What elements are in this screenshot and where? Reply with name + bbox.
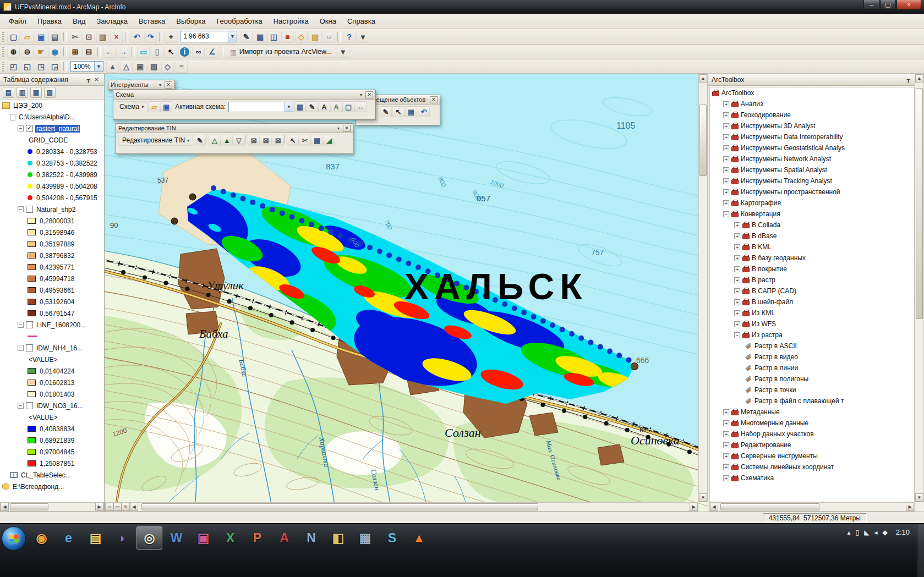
- tree-expander[interactable]: +: [723, 409, 729, 415]
- chevron-down-icon[interactable]: ▼: [228, 31, 237, 42]
- toc-tree-row[interactable]: − LINE_1608200...: [0, 319, 104, 331]
- scroll-right-arrow[interactable]: ▶: [95, 503, 103, 511]
- separator[interactable]: [63, 32, 67, 42]
- toc-tree-row[interactable]: − rastert_natural: [0, 123, 104, 134]
- menu-item[interactable]: Вставка: [133, 14, 171, 29]
- tin-slope-icon[interactable]: ◢: [323, 135, 335, 146]
- close-button[interactable]: ×: [896, 0, 921, 10]
- toolbox-tree-item[interactable]: Растр в точки: [710, 384, 914, 395]
- font-decrease-icon[interactable]: A: [330, 101, 342, 112]
- chevron-down-icon[interactable]: ▾: [358, 92, 364, 97]
- toc-tree-row[interactable]: 0,504208 - 0,567915: [0, 192, 104, 204]
- map-vertical-scrollbar[interactable]: ▲ ▼: [698, 74, 708, 502]
- list-by-selection-button[interactable]: ▧: [44, 87, 56, 98]
- close-icon[interactable]: ✕: [365, 91, 373, 98]
- schema-floating-window[interactable]: Схема ▾ ✕ Схема ▾ ▱▣ Активная схема: ▼ ▦…: [113, 90, 376, 120]
- taskbar-paint-icon[interactable]: ◧: [325, 526, 351, 549]
- toc-tree-row[interactable]: ЦЭЭ_200: [0, 100, 104, 111]
- menu-item[interactable]: Правка: [32, 14, 67, 29]
- tin-editing-floating-window[interactable]: Редактирование TIN ▾ ✕ Редактирование TI…: [116, 123, 353, 154]
- toolbox-tree-item[interactable]: Растр в линии: [710, 362, 914, 373]
- close-icon[interactable]: ✕: [430, 96, 438, 103]
- toolbox-tree-item[interactable]: + Метаданные: [710, 406, 914, 417]
- toc-tree-row[interactable]: − IDW_NH4_16...: [0, 342, 104, 354]
- scroll-thumb[interactable]: [699, 105, 707, 176]
- measure-icon[interactable]: ∠: [206, 46, 218, 58]
- map-horizontal-scrollbar[interactable]: ▱ ▭ ↻ ◀ ▶: [105, 502, 698, 512]
- font-increase-icon[interactable]: A: [318, 101, 330, 112]
- zoom-out-icon[interactable]: ⊖: [21, 46, 34, 58]
- toolbox-tree-item[interactable]: − Конвертация: [710, 208, 914, 219]
- tree-expander[interactable]: +: [723, 134, 729, 140]
- import-arcview-button[interactable]: ▥ Импорт из проекта ArcView...: [226, 46, 336, 58]
- tray-chevron-icon[interactable]: ▴: [848, 529, 851, 536]
- toolbox-tree-item[interactable]: + Серверные инструменты: [710, 450, 914, 461]
- schema-open-icon[interactable]: ▱: [148, 101, 160, 112]
- toolbox-tree-item[interactable]: + Набор данных участков: [710, 428, 914, 439]
- toolbox-tree-item[interactable]: + Инструменты пространственной: [710, 186, 914, 197]
- toolbar-options-chevron[interactable]: ▾: [357, 31, 369, 43]
- tree-expander[interactable]: −: [18, 206, 24, 212]
- help-button[interactable]: ?: [343, 31, 356, 43]
- tray-network-icon[interactable]: ◣: [864, 529, 869, 536]
- taskbar-calc-icon[interactable]: ▦: [352, 526, 378, 549]
- separator[interactable]: [125, 32, 128, 42]
- chevron-down-icon[interactable]: ▼: [285, 102, 293, 112]
- taskbar-messenger-icon[interactable]: ◗: [110, 526, 135, 549]
- taskbar-clock[interactable]: 2:10: [893, 528, 910, 536]
- attribute-table-button[interactable]: ▦: [254, 31, 266, 43]
- add-data-button[interactable]: +: [165, 31, 177, 43]
- tools-window-titlebar[interactable]: Инструменты ▾ ✕: [108, 80, 174, 90]
- scroll-left-arrow[interactable]: ◀: [130, 503, 138, 511]
- toc-tree-row[interactable]: 0,56791547: [0, 307, 104, 319]
- tree-expander[interactable]: +: [734, 266, 740, 272]
- toc-tree-row[interactable]: C:\Users\Alpha\D...: [0, 111, 104, 123]
- arctoolbox-vertical-scrollbar[interactable]: ▲ ▼: [915, 74, 924, 502]
- map-canvas[interactable]: ХАЛЬСК Утулик Бабха Солзан Осиновка Бабх…: [105, 74, 708, 512]
- pin-icon[interactable]: ┳: [904, 75, 912, 84]
- tin-delete-node-icon[interactable]: ⊠: [248, 135, 260, 146]
- toc-horizontal-scrollbar[interactable]: ◀ ▶: [0, 502, 104, 512]
- forward-extent-icon[interactable]: →: [117, 46, 129, 58]
- toc-tree-row[interactable]: 0,31598946: [0, 227, 104, 238]
- cut-button[interactable]: ✂: [69, 31, 81, 43]
- toolbox-tree-item[interactable]: + Геокодирование: [710, 109, 914, 120]
- zoom-in-icon[interactable]: ⊕: [7, 46, 20, 58]
- tree-expander[interactable]: +: [734, 277, 740, 283]
- toolbar-grip[interactable]: [2, 62, 4, 72]
- toolbox-tree-item[interactable]: + Из KML: [710, 307, 914, 318]
- tree-expander[interactable]: +: [734, 233, 740, 239]
- toc-tree-row[interactable]: 0,01602813: [0, 377, 104, 388]
- menu-item[interactable]: Настройка: [268, 14, 314, 29]
- tree-expander[interactable]: +: [734, 299, 740, 305]
- scroll-up-arrow[interactable]: ▲: [699, 74, 707, 83]
- active-schema-combobox[interactable]: ▼: [228, 102, 293, 112]
- toc-tree-row[interactable]: 0,97004845: [0, 446, 104, 458]
- scroll-right-arrow[interactable]: ▶: [690, 503, 698, 511]
- back-extent-icon[interactable]: ←: [103, 46, 116, 58]
- toc-tree-row[interactable]: 0,49593661: [0, 284, 104, 296]
- separator[interactable]: [63, 62, 67, 72]
- schema-frame-icon[interactable]: ▢: [342, 101, 354, 112]
- tree-expander[interactable]: +: [723, 156, 729, 162]
- taskbar-notepad-icon[interactable]: N: [298, 526, 324, 549]
- toolbox-tree-item[interactable]: + Инструменты 3D Analyst: [710, 120, 914, 131]
- tree-expander[interactable]: +: [723, 431, 729, 437]
- toolbox-tree-item[interactable]: + В покрытие: [710, 263, 914, 274]
- menu-item[interactable]: Геообработка: [211, 14, 267, 29]
- toc-tree-row[interactable]: 1,25087851: [0, 458, 104, 469]
- menu-item[interactable]: Вид: [67, 14, 91, 29]
- separator[interactable]: [97, 47, 101, 57]
- toc-tree-row[interactable]: − Natural_shp2: [0, 204, 104, 215]
- menu-item[interactable]: Файл: [3, 14, 32, 29]
- taskbar-word-icon[interactable]: W: [163, 526, 189, 549]
- toolbox-tree-item[interactable]: + Анализ: [710, 98, 914, 109]
- hatch-icon[interactable]: ▨: [147, 61, 160, 73]
- tree-expander[interactable]: −: [18, 403, 24, 409]
- tree-expander[interactable]: −: [723, 211, 729, 217]
- toolbox-tree-item[interactable]: + Инструменты Spatial Analyst: [710, 164, 914, 175]
- roam-tool-icon[interactable]: ◲: [48, 61, 61, 73]
- scroll-thumb[interactable]: [916, 88, 923, 319]
- tools-floating-window[interactable]: Инструменты ▾ ✕: [108, 80, 175, 90]
- toolbox-tree-item[interactable]: Растр в полигоны: [710, 373, 914, 384]
